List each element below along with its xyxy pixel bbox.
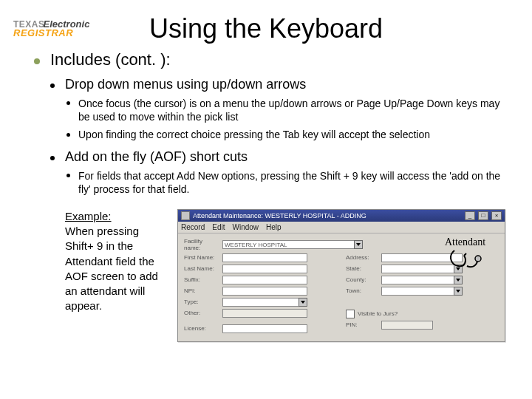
- attendant-block: Attendant: [430, 236, 500, 275]
- label-license: License:: [184, 325, 219, 332]
- example-body: When pressing Shift+ 9 in the Attendant …: [65, 225, 158, 312]
- content: Includes (cont. ): Drop down menus using…: [0, 50, 532, 342]
- menubar: Record Edit Window Help: [178, 222, 505, 233]
- menu-help[interactable]: Help: [266, 223, 282, 231]
- facility-combo[interactable]: WESTERLY HOSPITAL: [222, 240, 363, 249]
- bullet-l3-shift9: For fields that accept Add New options, …: [65, 169, 505, 196]
- bullet-l2-aof: Add on the fly (AOF) short cuts For fiel…: [50, 149, 505, 342]
- form: Attendant: [178, 233, 505, 341]
- bullet-l2-dropdown: Drop down menus using up/down arrows Onc…: [50, 77, 505, 142]
- col-left: First Name: Last Name: Suffix: NPI: Type…: [184, 253, 337, 335]
- label-lastname: Last Name:: [184, 265, 219, 272]
- titlebar: Attendant Maintenance: WESTERLY HOSPITAL…: [178, 210, 505, 222]
- label-facility: Facility name:: [184, 238, 219, 251]
- close-button[interactable]: ×: [491, 211, 502, 220]
- label-firstname: First Name:: [184, 254, 219, 261]
- label-state: State:: [346, 265, 378, 272]
- example-text: Example: When pressing Shift+ 9 in the A…: [65, 209, 168, 342]
- titlebar-text: Attendant Maintenance: WESTERLY HOSPITAL…: [193, 212, 366, 219]
- chevron-down-icon[interactable]: [299, 298, 307, 307]
- app-window: Attendant Maintenance: WESTERLY HOSPITAL…: [177, 209, 505, 342]
- pin-input[interactable]: [381, 321, 433, 330]
- other-input[interactable]: [222, 309, 307, 318]
- label-npi: NPI:: [184, 287, 219, 294]
- chevron-down-icon[interactable]: [454, 276, 463, 284]
- bullet-l1-includes: Includes (cont. ): Drop down menus using…: [34, 50, 505, 342]
- menu-edit[interactable]: Edit: [212, 223, 225, 231]
- bullet-l2b-text: Add on the fly (AOF) short cuts: [65, 149, 248, 164]
- chevron-down-icon[interactable]: [354, 240, 363, 249]
- label-visible: Visible to Jurs?: [358, 310, 398, 317]
- bullet-l3-tab: Upon finding the correct choice pressing…: [65, 128, 505, 141]
- maximize-button[interactable]: □: [478, 211, 488, 220]
- label-other: Other:: [184, 310, 219, 316]
- label-pin: PIN:: [346, 321, 378, 328]
- example-label: Example:: [65, 210, 112, 222]
- label-county: County:: [346, 276, 378, 283]
- lastname-input[interactable]: [222, 265, 307, 273]
- firstname-input[interactable]: [222, 253, 307, 262]
- slide: TEXASElectronic REGISTRAR Using the Keyb…: [0, 13, 532, 399]
- example-row: Example: When pressing Shift+ 9 in the A…: [65, 209, 505, 342]
- stethoscope-icon: [448, 250, 483, 275]
- logo: TEXASElectronic REGISTRAR: [13, 18, 89, 38]
- label-address: Address:: [346, 254, 378, 261]
- suffix-input[interactable]: [222, 276, 307, 284]
- attendant-heading: Attendant: [430, 236, 500, 248]
- facility-value: WESTERLY HOSPITAL: [222, 240, 354, 249]
- bullet-l2a-text: Drop down menus using up/down arrows: [65, 77, 306, 92]
- county-combo[interactable]: [381, 276, 463, 284]
- label-type: Type:: [184, 299, 219, 305]
- app-icon: [181, 211, 190, 220]
- menu-record[interactable]: Record: [181, 223, 205, 231]
- npi-input[interactable]: [222, 287, 307, 296]
- town-combo[interactable]: [381, 287, 463, 296]
- bullet-l3-focus: Once focus (the cursor) is on a menu the…: [65, 97, 505, 123]
- type-combo[interactable]: [222, 298, 307, 307]
- minimize-button[interactable]: _: [465, 211, 475, 220]
- label-town: Town:: [346, 287, 378, 294]
- bullet-l1-text: Includes (cont. ):: [50, 50, 171, 69]
- svg-point-0: [475, 256, 481, 262]
- license-input[interactable]: [222, 324, 307, 333]
- menu-window[interactable]: Window: [232, 223, 259, 231]
- chevron-down-icon[interactable]: [454, 287, 463, 296]
- visible-checkbox[interactable]: [346, 310, 355, 318]
- label-suffix: Suffix:: [184, 276, 219, 283]
